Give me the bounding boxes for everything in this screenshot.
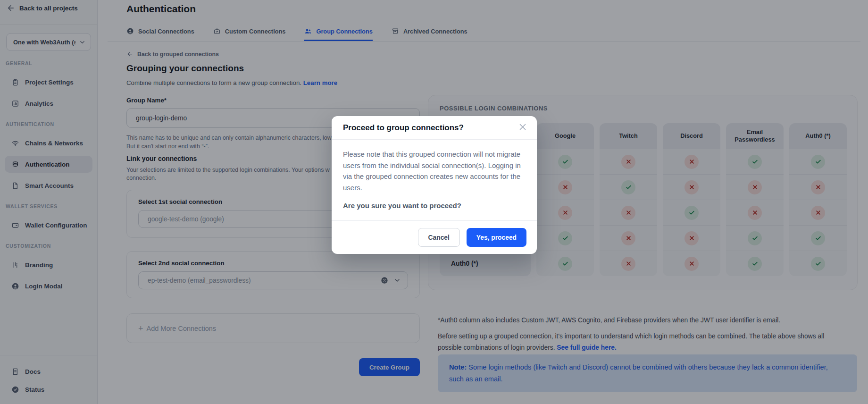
dialog-footer: Cancel Yes, proceed [332, 220, 537, 254]
dialog-body: Please note that this grouped connection… [332, 140, 537, 220]
dialog-header: Proceed to group connections? [332, 116, 537, 140]
dialog-question: Are you sure you want to proceed? [343, 202, 526, 210]
close-icon[interactable] [517, 122, 528, 132]
cancel-button[interactable]: Cancel [418, 228, 460, 247]
dialog-message: Please note that this grouped connection… [343, 149, 523, 193]
confirm-dialog: Proceed to group connections? Please not… [332, 116, 537, 254]
dialog-title: Proceed to group connections? [343, 123, 464, 132]
confirm-button[interactable]: Yes, proceed [467, 228, 526, 247]
app-root: Back to all projects One with Web3Auth (… [0, 0, 868, 404]
